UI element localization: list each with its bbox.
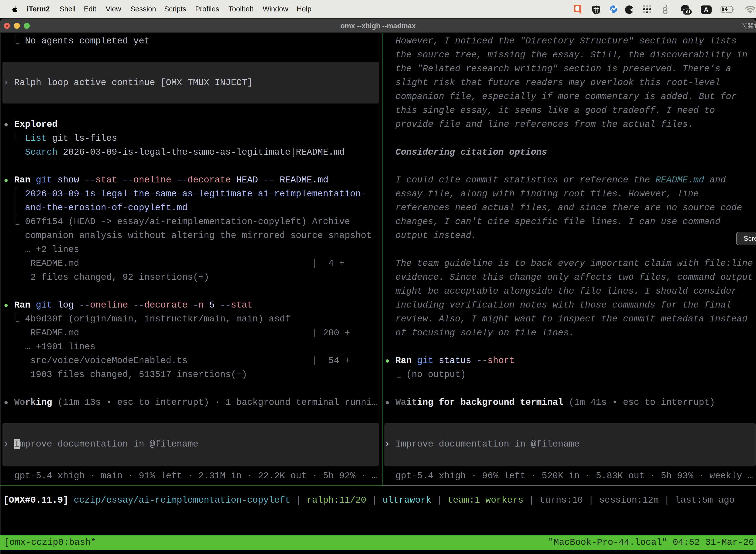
- svg-text:..61: ..61: [684, 10, 691, 14]
- svg-text:1: 1: [754, 22, 756, 30]
